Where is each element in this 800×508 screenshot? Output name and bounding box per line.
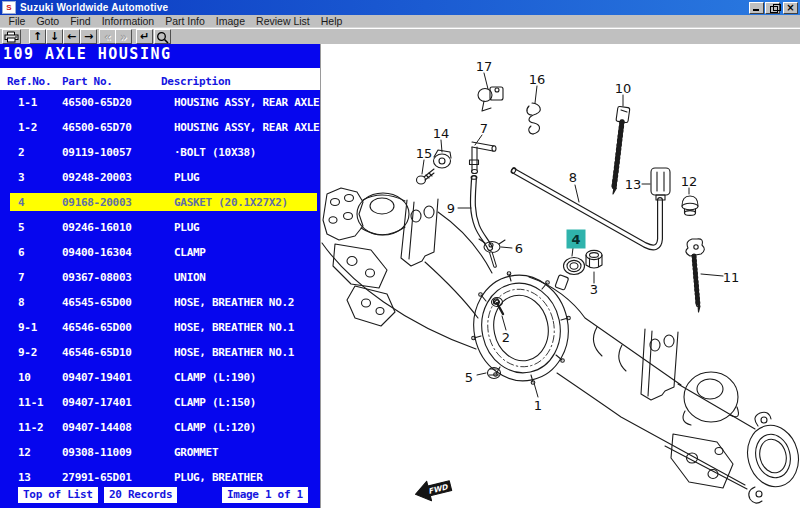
table-row-12[interactable]: 1209308-11009GROMMET <box>0 440 320 465</box>
table-row-2[interactable]: 209119-10057·BOLT (10X38) <box>0 140 320 165</box>
arrow-up-icon: ↑ <box>30 31 45 43</box>
callout-15[interactable]: 15 <box>416 147 433 160</box>
app-icon: S <box>2 1 16 14</box>
cell-desc: CLAMP (L:190) <box>174 365 256 390</box>
chevrons-left-icon: « <box>100 31 115 43</box>
menu-goto[interactable]: Goto <box>31 15 65 27</box>
menu-find[interactable]: Find <box>65 15 96 27</box>
callout-9[interactable]: 9 <box>447 202 455 215</box>
menu-file[interactable]: File <box>3 15 31 27</box>
cell-desc: HOSE, BREATHER NO.1 <box>174 340 294 365</box>
callout-10[interactable]: 10 <box>615 82 632 95</box>
cell-desc: PLUG, BREATHER <box>174 465 263 490</box>
cell-desc: GROMMET <box>174 440 218 465</box>
cell-ref: 9-2 <box>18 340 37 365</box>
table-row-11-2[interactable]: 11-209407-14408CLAMP (L:120) <box>0 415 320 440</box>
scroll-down-button[interactable]: ↓ <box>46 29 63 44</box>
cell-part: 46546-65D00 <box>62 315 132 340</box>
cell-desc: HOSE, BREATHER NO.1 <box>174 315 294 340</box>
print-button[interactable] <box>2 29 21 44</box>
menu-information[interactable]: Information <box>96 15 160 27</box>
callout-12[interactable]: 12 <box>681 175 698 188</box>
cell-desc: PLUG <box>174 215 199 240</box>
table-row-9-2[interactable]: 9-246546-65D10HOSE, BREATHER NO.1 <box>0 340 320 365</box>
enter-button[interactable]: ↵ <box>136 29 153 44</box>
cell-part: 27991-65D01 <box>62 465 132 490</box>
table-row-3[interactable]: 309248-20003PLUG <box>0 165 320 190</box>
column-header-ref: Ref.No. <box>7 75 51 88</box>
table-row-9-1[interactable]: 9-146546-65D00HOSE, BREATHER NO.1 <box>0 315 320 340</box>
enter-arrow-icon: ↵ <box>137 31 152 43</box>
callout-layer: 1234567891011121314151617 <box>321 44 800 508</box>
cell-desc: HOUSING ASSY, REAR AXLE <box>174 115 319 140</box>
section-title: 109 AXLE HOUSING <box>0 44 320 69</box>
cell-part: 09119-10057 <box>62 140 132 165</box>
application-window: S Suzuki Worldwide Automotive × FileGoto… <box>0 0 800 508</box>
cell-desc: CLAMP <box>174 240 206 265</box>
cell-part: 09248-20003 <box>62 165 132 190</box>
page-right-button[interactable]: → <box>80 29 97 44</box>
diagram-area: FWD 1234567891011121314151617 <box>320 44 800 508</box>
cell-ref: 9-1 <box>18 315 37 340</box>
zoom-button[interactable] <box>154 29 171 44</box>
callout-5[interactable]: 5 <box>465 371 473 384</box>
column-headers: Ref.No. Part No. Description <box>0 68 320 90</box>
cell-desc: HOSE, BREATHER NO.2 <box>174 290 294 315</box>
close-button[interactable]: × <box>783 2 798 14</box>
restore-button[interactable] <box>765 2 780 14</box>
next-image-button: » <box>115 29 132 44</box>
page-left-button[interactable]: ← <box>63 29 80 44</box>
callout-16[interactable]: 16 <box>529 73 546 86</box>
table-row-8[interactable]: 846545-65D00HOSE, BREATHER NO.2 <box>0 290 320 315</box>
menu-image[interactable]: Image <box>210 15 250 27</box>
column-header-desc: Description <box>161 75 231 88</box>
table-row-1-2[interactable]: 1-246500-65D70HOUSING ASSY, REAR AXLE <box>0 115 320 140</box>
minimize-button[interactable] <box>749 2 764 14</box>
table-row-7[interactable]: 709367-08003UNION <box>0 265 320 290</box>
callout-17[interactable]: 17 <box>476 60 493 73</box>
menu-help[interactable]: Help <box>315 15 348 27</box>
cell-part: 09407-14408 <box>62 415 132 440</box>
callout-8[interactable]: 8 <box>569 171 577 184</box>
table-row-10[interactable]: 1009407-19401CLAMP (L:190) <box>0 365 320 390</box>
arrow-left-icon: ← <box>64 31 79 43</box>
parts-rows: 1-146500-65D20HOUSING ASSY, REAR AXLE1-2… <box>0 90 320 490</box>
table-row-6[interactable]: 609400-16304CLAMP <box>0 240 320 265</box>
cell-desc: HOUSING ASSY, REAR AXLE <box>174 90 319 115</box>
cell-part: 09400-16304 <box>62 240 132 265</box>
callout-1[interactable]: 1 <box>534 399 542 412</box>
table-row-5[interactable]: 509246-16010PLUG <box>0 215 320 240</box>
arrow-right-icon: → <box>81 31 96 43</box>
cell-ref: 11-2 <box>18 415 43 440</box>
callout-2[interactable]: 2 <box>502 331 510 344</box>
window-title: Suzuki Worldwide Automotive <box>20 2 748 13</box>
callout-11[interactable]: 11 <box>723 271 740 284</box>
cell-ref: 3 <box>18 165 24 190</box>
cell-ref: 7 <box>18 265 24 290</box>
scroll-up-button[interactable]: ↑ <box>29 29 46 44</box>
cell-part: 46500-65D20 <box>62 90 132 115</box>
table-row-4[interactable]: 409168-20003GASKET (20.1X27X2) <box>0 190 320 215</box>
chevrons-right-icon: » <box>116 31 131 43</box>
table-row-1-1[interactable]: 1-146500-65D20HOUSING ASSY, REAR AXLE <box>0 90 320 115</box>
restore-icon <box>770 6 778 13</box>
cell-desc: CLAMP (L:120) <box>174 415 256 440</box>
callout-6[interactable]: 6 <box>515 242 523 255</box>
cell-part: 09308-11009 <box>62 440 132 465</box>
menu-review-list[interactable]: Review List <box>251 15 316 27</box>
cell-part: 09168-20003 <box>62 190 132 215</box>
magnifier-icon <box>156 31 169 44</box>
callout-7[interactable]: 7 <box>480 122 488 135</box>
toolbar: ↑↓←→«»↵ <box>0 29 800 44</box>
cell-part: 09407-17401 <box>62 390 132 415</box>
cell-part: 46545-65D00 <box>62 290 132 315</box>
callout-3[interactable]: 3 <box>590 283 598 296</box>
cell-ref: 6 <box>18 240 24 265</box>
callout-13[interactable]: 13 <box>625 178 642 191</box>
callout-4[interactable]: 4 <box>567 230 586 249</box>
callout-14[interactable]: 14 <box>433 127 450 140</box>
menu-part-info[interactable]: Part Info <box>160 15 211 27</box>
table-row-11-1[interactable]: 11-109407-17401CLAMP (L:150) <box>0 390 320 415</box>
cell-part: 46500-65D70 <box>62 115 132 140</box>
cell-ref: 12 <box>18 440 31 465</box>
